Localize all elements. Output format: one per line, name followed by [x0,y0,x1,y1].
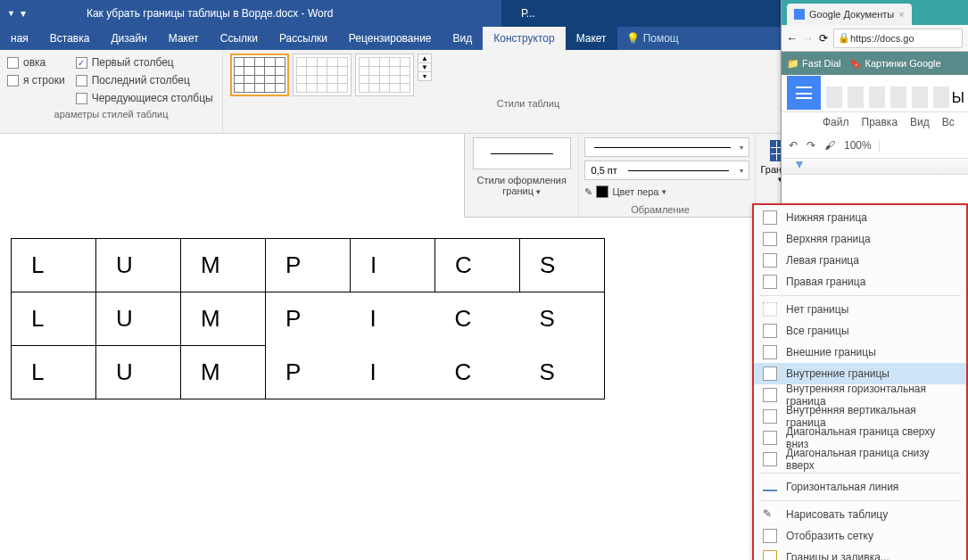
menu-border-none[interactable]: Нет границы [754,299,966,320]
table-cell[interactable]: P [266,239,351,292]
chrome-tab-strip: Google Документы × [782,0,968,25]
menu-border-inside-h[interactable]: Внутренняя горизонтальная граница [754,384,966,406]
table-cell[interactable]: C [435,292,520,346]
nav-forward-button[interactable]: → [803,32,814,45]
bookmark-item[interactable]: 📁 Fast Dial [787,58,840,70]
lock-icon: 🔒 [838,32,850,44]
menu-border-diag-down[interactable]: Диагональная граница сверху вниз [754,427,966,449]
gdocs-menu-insert[interactable]: Вс [942,116,955,128]
tab-review[interactable]: Рецензирование [338,27,443,50]
table-cell[interactable]: M [181,346,266,399]
tab-layout[interactable]: Макет [158,27,210,50]
lightbulb-icon: 💡 [626,32,640,45]
qat-dropdown-icon[interactable]: ▼ [7,9,15,18]
tab-close-icon[interactable]: × [898,9,904,20]
group-label-style-options: араметры стилей таблиц [7,107,215,119]
borders-dropdown-menu: Нижняя граница Верхняя граница Левая гра… [752,203,968,560]
table-style-thumb[interactable] [230,54,289,96]
chrome-window: Google Документы × ← → ⟳ 🔒 https://docs.… [781,0,968,205]
example-table[interactable]: L U M P I C S L U M P I C S L U M P I C … [11,238,605,399]
table-style-thumb[interactable] [293,54,352,96]
gdocs-header: Ы [782,75,968,112]
tab-insert[interactable]: Вставка [39,27,101,50]
table-cell[interactable]: L [12,292,96,346]
chrome-tab[interactable]: Google Документы × [787,4,912,25]
gdocs-ruler[interactable] [782,159,968,175]
tab-home[interactable]: ная [0,27,39,50]
border-style-sample[interactable] [473,137,571,169]
chrome-toolbar: ← → ⟳ 🔒 https://docs.go [782,25,968,52]
group-label-table-styles: Стили таблиц [230,96,826,109]
table-cell[interactable]: S [520,346,605,399]
line-weight-select[interactable]: 0,5 пт▾ [584,161,749,180]
table-style-thumb[interactable] [355,54,414,96]
menu-border-right[interactable]: Правая граница [754,271,966,292]
bookmark-item[interactable]: 🔖 Картинки Google [849,58,940,70]
table-tools-context-label: Р... [501,0,555,27]
table-cell[interactable]: U [96,292,181,346]
checkbox-first-column[interactable]: ✓Первый столбец [76,54,213,71]
checkbox-banded-rows[interactable]: я строки [7,71,65,89]
gdocs-title-placeholder[interactable] [826,86,952,108]
nav-reload-button[interactable]: ⟳ [819,32,828,45]
menu-border-top[interactable]: Верхняя граница [754,228,966,250]
pen-icon: ✎ [584,186,592,198]
menu-border-outside[interactable]: Внешние границы [754,342,966,363]
gdocs-menu-file[interactable]: Файл [823,116,849,128]
table-styles-gallery[interactable]: ▲▼▾ [230,54,826,96]
table-cell[interactable]: U [96,239,181,292]
line-style-select[interactable]: ▾ [584,137,749,157]
table-cell[interactable]: P [266,292,351,346]
document-title: Как убрать границы таблицы в Ворде.docx … [33,7,501,20]
table-cell[interactable]: S [520,292,605,346]
table-cell[interactable]: C [435,239,520,292]
table-cell[interactable]: I [351,346,435,399]
table-cell[interactable]: M [181,239,266,292]
table-cell[interactable]: U [96,346,181,399]
gdocs-menu-bar: Файл Правка Вид Вс [782,112,968,132]
menu-border-all[interactable]: Все границы [754,320,966,342]
menu-border-inside[interactable]: Внутренние границы [754,363,966,384]
qat-sep: ▾ [21,7,26,20]
gdocs-menu-edit[interactable]: Правка [862,116,898,128]
redo-button[interactable]: ↷ [807,139,815,152]
address-bar[interactable]: 🔒 https://docs.go [833,29,963,48]
bookmarks-bar: 📁 Fast Dial 🔖 Картинки Google [782,52,968,75]
tab-design[interactable]: Дизайн [100,27,157,50]
table-cell[interactable]: P [266,346,351,399]
menu-draw-table[interactable]: ✎Нарисовать таблицу [754,504,966,525]
gdocs-menu-view[interactable]: Вид [910,116,930,128]
menu-border-left[interactable]: Левая граница [754,250,966,271]
tab-references[interactable]: Ссылки [210,27,269,50]
pen-color-button[interactable]: ✎Цвет пера ▾ [584,184,749,200]
table-cell[interactable]: I [351,292,435,346]
zoom-select[interactable]: 100% [844,139,880,152]
checkbox-banded-columns[interactable]: Чередующиеся столбцы [76,89,213,107]
tell-me-search[interactable]: 💡 Помощ [617,27,688,50]
nav-back-button[interactable]: ← [787,32,798,45]
border-style-label[interactable]: Стили оформления границ ▾ [470,175,573,196]
table-cell[interactable]: M [181,292,266,346]
menu-border-diag-up[interactable]: Диагональная граница снизу вверх [754,449,966,470]
tab-mailings[interactable]: Рассылки [269,27,338,50]
table-cell[interactable]: C [435,346,520,399]
tab-view[interactable]: Вид [443,27,484,50]
paint-format-button[interactable]: 🖌 [824,139,835,152]
undo-button[interactable]: ↶ [789,139,798,152]
menu-horizontal-line[interactable]: Горизонтальная линия [754,476,966,498]
menu-border-bottom[interactable]: Нижняя граница [754,207,966,228]
table-cell[interactable]: L [12,346,96,399]
table-cell[interactable]: I [351,239,435,292]
menu-borders-dialog[interactable]: Границы и заливка... [754,547,966,560]
tab-table-design[interactable]: Конструктор [483,27,565,50]
checkbox-header-row[interactable]: овка [7,54,65,71]
table-cell[interactable]: S [520,239,605,292]
tab-table-layout[interactable]: Макет [566,27,617,50]
checkbox-last-column[interactable]: Последний столбец [76,71,213,89]
gallery-scroll[interactable]: ▲▼▾ [418,54,432,81]
gdocs-logo-icon[interactable] [787,76,821,110]
gdocs-toolbar: ↶ ↷ 🖌 100% [782,132,968,159]
menu-view-gridlines[interactable]: Отобразить сетку [754,525,966,547]
menu-border-inside-v[interactable]: Внутренняя вертикальная граница [754,406,966,427]
table-cell[interactable]: L [12,239,96,292]
